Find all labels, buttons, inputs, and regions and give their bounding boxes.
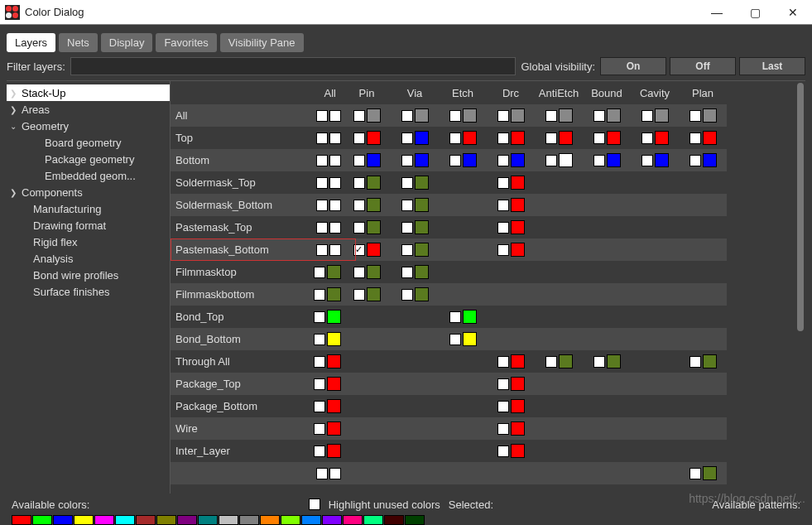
visibility-checkbox[interactable] (497, 222, 509, 234)
color-swatch[interactable] (367, 131, 381, 145)
palette-swatch[interactable] (322, 515, 342, 525)
visibility-checkbox[interactable] (401, 155, 413, 166)
palette-swatch[interactable] (74, 515, 94, 525)
palette-swatch[interactable] (363, 515, 383, 525)
color-swatch[interactable] (463, 310, 477, 324)
color-swatch[interactable] (415, 265, 429, 279)
palette-swatch[interactable] (53, 515, 73, 525)
color-swatch[interactable] (511, 354, 525, 368)
visibility-checkbox[interactable] (353, 177, 365, 189)
tree-item-bond-wire-profiles[interactable]: Bond wire profiles (7, 267, 170, 283)
visibility-checkbox[interactable] (449, 132, 461, 144)
visibility-checkbox[interactable] (641, 155, 653, 166)
color-swatch[interactable] (511, 421, 525, 436)
tab-favorites[interactable]: Favorites (156, 33, 216, 52)
color-swatch[interactable] (367, 108, 381, 123)
visibility-checkbox[interactable] (314, 311, 325, 323)
color-swatch[interactable] (511, 176, 525, 190)
visibility-checkbox[interactable] (497, 110, 509, 122)
color-swatch[interactable] (327, 287, 341, 301)
color-swatch[interactable] (511, 243, 525, 257)
color-swatch[interactable] (511, 131, 525, 145)
palette-swatch[interactable] (405, 515, 425, 525)
color-swatch[interactable] (367, 153, 381, 167)
palette-swatch[interactable] (239, 515, 259, 525)
visibility-checkbox[interactable] (353, 132, 365, 144)
tree-item-drawing-format[interactable]: Drawing format (7, 217, 170, 234)
palette-swatch[interactable] (94, 515, 114, 525)
color-swatch[interactable] (703, 153, 717, 167)
palette-swatch[interactable] (301, 515, 321, 525)
color-swatch[interactable] (463, 332, 477, 346)
color-swatch[interactable] (327, 421, 341, 436)
color-swatch[interactable] (327, 265, 341, 279)
color-swatch[interactable] (463, 153, 477, 167)
highlight-unused-checkbox[interactable] (309, 499, 320, 510)
color-swatch[interactable] (327, 399, 341, 413)
visibility-checkbox[interactable] (545, 110, 557, 122)
visibility-checkbox[interactable] (401, 200, 413, 211)
visibility-checkbox[interactable] (314, 446, 325, 457)
visibility-checkbox[interactable] (329, 155, 341, 166)
global-vis-last-button[interactable]: Last (739, 57, 805, 75)
tree-item-geometry[interactable]: ⌄Geometry (7, 118, 170, 134)
visibility-checkbox[interactable] (449, 334, 461, 345)
visibility-checkbox[interactable] (689, 132, 701, 144)
visibility-checkbox[interactable] (545, 356, 557, 368)
close-button[interactable]: ✕ (774, 0, 812, 24)
visibility-checkbox[interactable] (449, 110, 461, 122)
visibility-checkbox[interactable] (497, 401, 509, 412)
color-swatch[interactable] (415, 108, 429, 123)
visibility-checkbox[interactable] (329, 132, 341, 144)
color-swatch[interactable] (703, 466, 717, 480)
visibility-checkbox[interactable] (689, 356, 701, 368)
visibility-checkbox[interactable] (497, 423, 509, 435)
visibility-checkbox[interactable] (593, 356, 605, 368)
visibility-checkbox[interactable] (401, 267, 413, 278)
tree-item-areas[interactable]: ❯Areas (7, 101, 170, 118)
tab-nets[interactable]: Nets (59, 33, 98, 52)
color-swatch[interactable] (415, 131, 429, 145)
visibility-checkbox[interactable] (497, 378, 509, 390)
visibility-checkbox[interactable] (316, 244, 328, 256)
color-swatch[interactable] (511, 399, 525, 413)
visibility-checkbox[interactable] (497, 132, 509, 144)
visibility-checkbox[interactable] (329, 468, 341, 479)
visibility-checkbox[interactable] (449, 155, 461, 166)
visibility-checkbox[interactable] (329, 200, 341, 211)
color-swatch[interactable] (367, 176, 381, 190)
color-swatch[interactable] (607, 108, 621, 123)
visibility-checkbox[interactable] (353, 200, 365, 211)
palette-swatch[interactable] (115, 515, 135, 525)
color-swatch[interactable] (607, 131, 621, 145)
palette-swatch[interactable] (177, 515, 197, 525)
color-swatch[interactable] (327, 444, 341, 458)
palette-swatch[interactable] (32, 515, 52, 525)
visibility-checkbox[interactable] (545, 155, 557, 166)
color-swatch[interactable] (559, 153, 573, 167)
maximize-button[interactable]: ▢ (736, 0, 774, 24)
color-swatch[interactable] (559, 131, 573, 145)
palette-swatch[interactable] (219, 515, 238, 525)
visibility-checkbox[interactable] (593, 132, 605, 144)
tree-item-package-geometry[interactable]: Package geometry (7, 151, 170, 167)
visibility-checkbox[interactable] (316, 468, 328, 479)
filter-input[interactable] (70, 57, 517, 75)
visibility-checkbox[interactable] (641, 110, 653, 122)
visibility-checkbox[interactable] (314, 289, 325, 301)
visibility-checkbox[interactable] (314, 267, 325, 278)
tree-item-board-geometry[interactable]: Board geometry (7, 134, 170, 151)
tab-display[interactable]: Display (101, 33, 153, 52)
color-swatch[interactable] (655, 108, 669, 123)
visibility-checkbox[interactable] (497, 155, 509, 166)
color-swatch[interactable] (703, 354, 717, 368)
visibility-checkbox[interactable] (497, 200, 509, 211)
visibility-checkbox[interactable] (316, 200, 328, 211)
visibility-checkbox[interactable] (314, 401, 325, 412)
tab-visibility-pane[interactable]: Visibility Pane (220, 33, 304, 52)
visibility-checkbox[interactable] (316, 132, 328, 144)
palette-swatch[interactable] (384, 515, 404, 525)
palette-swatch[interactable] (156, 515, 176, 525)
visibility-checkbox[interactable] (449, 311, 461, 323)
color-swatch[interactable] (511, 108, 525, 123)
